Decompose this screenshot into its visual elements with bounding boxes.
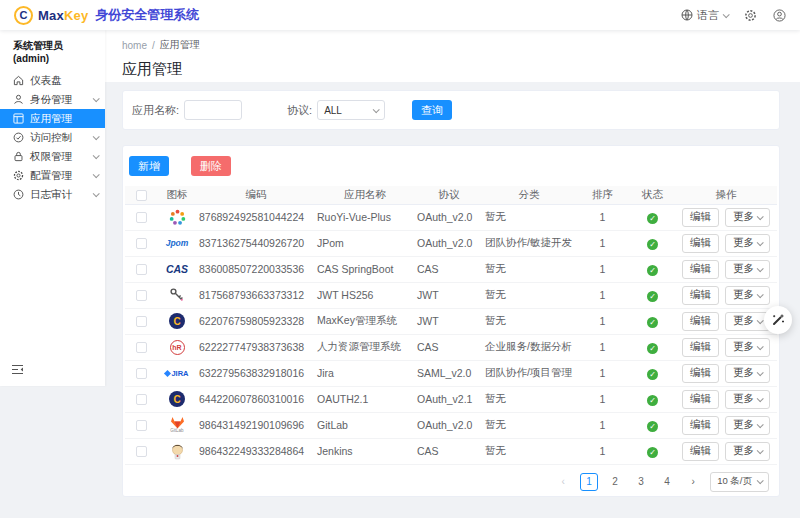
status-enabled-icon: ✓	[647, 239, 658, 250]
app-sort: 1	[575, 360, 630, 386]
dashboard-icon	[13, 75, 24, 86]
sidebar-item-audit-log[interactable]: 日志审计	[0, 185, 105, 204]
jenkins-icon	[166, 440, 188, 462]
language-menu[interactable]: 语言	[681, 8, 728, 23]
edit-button[interactable]: 编辑	[682, 442, 719, 461]
sidebar-item-dashboard[interactable]: 仪表盘	[0, 71, 105, 90]
jira-icon: JIRA	[166, 362, 188, 384]
edit-button[interactable]: 编辑	[682, 338, 719, 357]
page-button-1[interactable]: 1	[580, 473, 598, 491]
app-code: 632279563832918016	[197, 360, 315, 386]
row-checkbox[interactable]	[136, 316, 147, 327]
row-checkbox[interactable]	[136, 342, 147, 353]
app-protocol: OAuth_v2.0	[415, 412, 483, 438]
delete-button[interactable]: 删除	[191, 156, 231, 176]
row-checkbox[interactable]	[136, 446, 147, 457]
app-protocol: CAS	[415, 256, 483, 282]
menu-fold-icon[interactable]	[11, 361, 24, 379]
breadcrumb: home / 应用管理	[122, 38, 800, 52]
gear-icon[interactable]	[744, 9, 757, 22]
identity-icon	[13, 94, 24, 105]
more-button[interactable]: 更多	[725, 390, 770, 409]
search-button[interactable]: 查询	[412, 100, 452, 120]
page-size-select[interactable]: 10 条/页	[710, 472, 769, 492]
app-list-card: 新增 删除 图标 编码 应用名称 协议 分类 排序 状态 操作 87689249…	[122, 145, 780, 497]
app-name-input[interactable]	[184, 100, 242, 120]
select-all-checkbox[interactable]	[136, 190, 147, 201]
row-checkbox[interactable]	[136, 368, 147, 379]
edit-button[interactable]: 编辑	[682, 416, 719, 435]
sidebar-item-permissions[interactable]: 权限管理	[0, 147, 105, 166]
more-button[interactable]: 更多	[725, 364, 770, 383]
more-button[interactable]: 更多	[725, 416, 770, 435]
chevron-down-icon	[757, 369, 764, 376]
edit-button[interactable]: 编辑	[682, 286, 719, 305]
more-button[interactable]: 更多	[725, 286, 770, 305]
table-row: 876892492581044224 RuoYi-Vue-Plus OAuth_…	[125, 204, 777, 230]
jpom-icon: Jpom	[166, 232, 188, 254]
chevron-down-icon	[757, 317, 764, 324]
table-row: hR 622227747938373638 人力资源管理系统 CAS 企业服务/…	[125, 334, 777, 360]
app-sort: 1	[575, 230, 630, 256]
more-button[interactable]: 更多	[725, 234, 770, 253]
row-checkbox[interactable]	[136, 394, 147, 405]
edit-button[interactable]: 编辑	[682, 208, 719, 227]
col-sort: 排序	[575, 186, 630, 204]
row-checkbox[interactable]	[136, 238, 147, 249]
row-checkbox[interactable]	[136, 420, 147, 431]
user-icon[interactable]	[773, 9, 786, 22]
app-name-label: 应用名称:	[132, 103, 179, 118]
edit-button[interactable]: 编辑	[682, 390, 719, 409]
add-button[interactable]: 新增	[129, 156, 169, 176]
row-checkbox[interactable]	[136, 264, 147, 275]
col-actions: 操作	[675, 186, 777, 204]
prev-page-button[interactable]: ‹	[554, 473, 572, 491]
next-page-button[interactable]: ›	[684, 473, 702, 491]
app-code: 622227747938373638	[197, 334, 315, 360]
edit-button[interactable]: 编辑	[682, 364, 719, 383]
more-button[interactable]: 更多	[725, 338, 770, 357]
app-name: OAUTH2.1	[315, 386, 415, 412]
breadcrumb-home[interactable]: home	[122, 40, 147, 51]
table-header-row: 图标 编码 应用名称 协议 分类 排序 状态 操作	[125, 186, 777, 204]
sidebar-item-applications[interactable]: 应用管理	[0, 109, 105, 128]
app-table-body: 876892492581044224 RuoYi-Vue-Plus OAuth_…	[125, 204, 777, 464]
row-checkbox[interactable]	[136, 212, 147, 223]
brand-name: MaxKey	[38, 8, 88, 23]
cas-icon: CAS	[166, 258, 188, 280]
col-status: 状态	[630, 186, 675, 204]
more-button[interactable]: 更多	[725, 260, 770, 279]
magic-wand-icon	[771, 313, 785, 327]
app-code: 817568793663373312	[197, 282, 315, 308]
sidebar-item-access-control[interactable]: 访问控制	[0, 128, 105, 147]
edit-button[interactable]: 编辑	[682, 260, 719, 279]
protocol-label: 协议:	[287, 103, 312, 118]
page-title: 应用管理	[122, 60, 800, 79]
sidebar-item-configuration[interactable]: 配置管理	[0, 166, 105, 185]
app-protocol: SAML_v2.0	[415, 360, 483, 386]
ruoyi-icon	[166, 206, 188, 228]
magic-wand-button[interactable]	[764, 306, 792, 334]
jwt-icon	[166, 284, 188, 306]
protocol-select[interactable]: ALL	[317, 100, 385, 120]
chevron-down-icon	[757, 291, 764, 298]
breadcrumb-current: 应用管理	[160, 38, 200, 52]
sidebar-item-identity[interactable]: 身份管理	[0, 90, 105, 109]
chevron-down-icon	[723, 11, 730, 18]
col-name: 应用名称	[315, 186, 415, 204]
app-sort: 1	[575, 204, 630, 230]
chevron-down-icon	[93, 190, 100, 197]
gitlab-icon: GitLab	[166, 414, 188, 436]
more-button[interactable]: 更多	[725, 208, 770, 227]
app-category: 暂无	[483, 412, 575, 438]
more-button[interactable]: 更多	[725, 442, 770, 461]
edit-button[interactable]: 编辑	[682, 312, 719, 331]
edit-button[interactable]: 编辑	[682, 234, 719, 253]
chevron-down-icon	[93, 95, 100, 102]
row-checkbox[interactable]	[136, 290, 147, 301]
page-button-3[interactable]: 3	[632, 473, 650, 491]
app-category: 暂无	[483, 256, 575, 282]
page-button-2[interactable]: 2	[606, 473, 624, 491]
status-enabled-icon: ✓	[647, 421, 658, 432]
page-button-4[interactable]: 4	[658, 473, 676, 491]
